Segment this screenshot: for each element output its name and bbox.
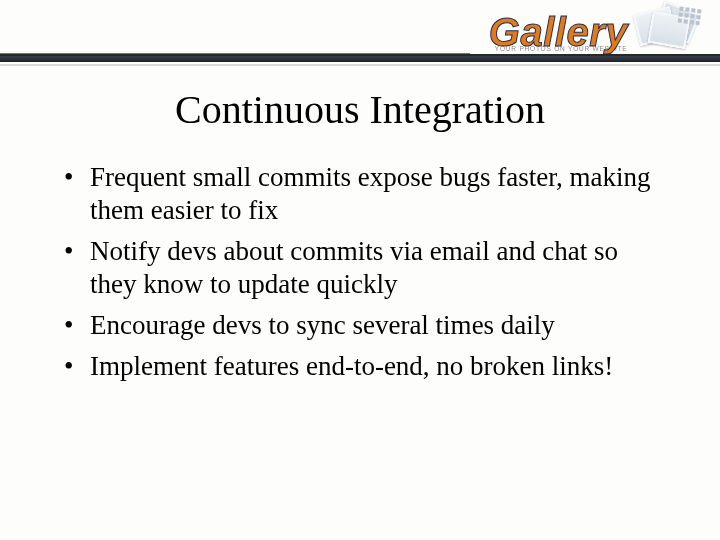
logo: Gallery YOUR PHOTOS ON YOUR WEBSITE xyxy=(489,4,696,60)
slide: Gallery YOUR PHOTOS ON YOUR WEBSITE Cont… xyxy=(0,0,720,540)
bullet-item: Frequent small commits expose bugs faste… xyxy=(62,161,658,227)
photos-icon xyxy=(632,4,696,60)
header: Gallery YOUR PHOTOS ON YOUR WEBSITE xyxy=(0,0,720,66)
bullet-item: Implement features end-to-end, no broken… xyxy=(62,350,658,383)
bullet-item: Encourage devs to sync several times dai… xyxy=(62,309,658,342)
logo-wordmark: Gallery xyxy=(489,12,628,52)
bullet-list: Frequent small commits expose bugs faste… xyxy=(62,161,658,383)
bullet-item: Notify devs about commits via email and … xyxy=(62,235,658,301)
header-rule-light xyxy=(0,64,720,66)
slide-title: Continuous Integration xyxy=(0,86,720,133)
slide-body: Frequent small commits expose bugs faste… xyxy=(0,161,720,383)
logo-stack: Gallery YOUR PHOTOS ON YOUR WEBSITE xyxy=(489,12,628,53)
